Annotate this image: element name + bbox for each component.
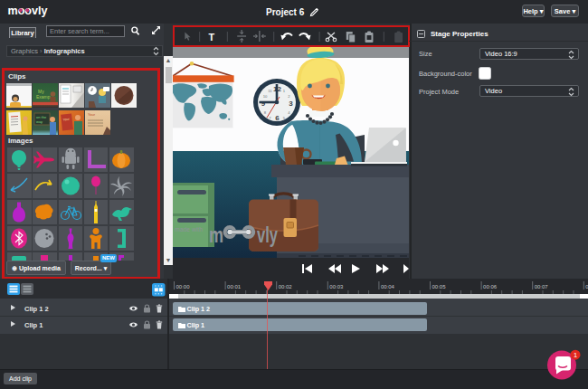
svg-text:Your: Your xyxy=(62,118,70,122)
svg-text:way: way xyxy=(36,119,43,124)
svg-text:T: T xyxy=(209,31,215,42)
svg-text:vly: vly xyxy=(257,223,278,247)
svg-text:00:07: 00:07 xyxy=(535,284,549,289)
svg-text:10: 10 xyxy=(263,94,268,99)
svg-text:3: 3 xyxy=(289,100,293,108)
svg-text:00:04: 00:04 xyxy=(381,284,395,289)
svg-text:00:03: 00:03 xyxy=(329,284,344,289)
svg-text:00:06: 00:06 xyxy=(483,284,498,289)
svg-text:00:05: 00:05 xyxy=(432,284,447,289)
svg-text:Examp: Examp xyxy=(36,94,51,100)
svg-text:made with: made with xyxy=(175,226,203,232)
svg-text:Your: Your xyxy=(88,112,96,117)
svg-text:00:01: 00:01 xyxy=(227,284,242,289)
svg-text:m: m xyxy=(209,223,223,247)
svg-text:11: 11 xyxy=(268,89,272,93)
svg-text:1: 1 xyxy=(574,351,577,359)
svg-text:6: 6 xyxy=(275,114,280,122)
svg-text:00:00: 00:00 xyxy=(176,284,191,289)
svg-text:00:02: 00:02 xyxy=(279,284,293,289)
